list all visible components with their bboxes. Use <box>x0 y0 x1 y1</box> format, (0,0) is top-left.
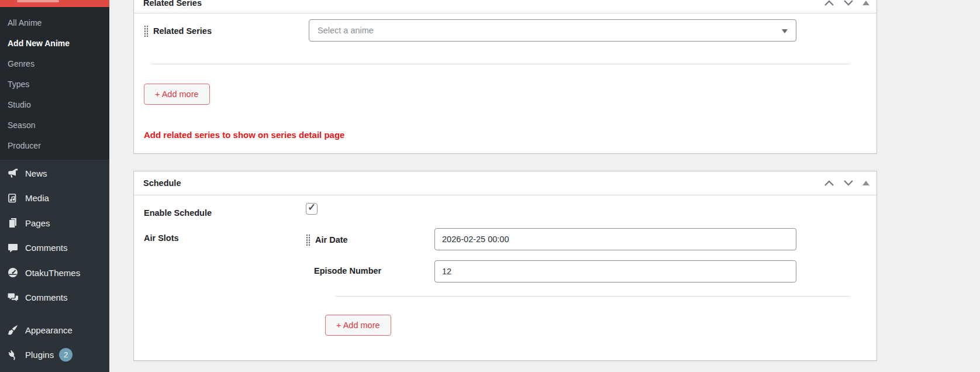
order-higher-button[interactable] <box>824 0 834 7</box>
add-more-air-slot-button[interactable]: + Add more <box>325 315 391 336</box>
sidebar-item-add-new-anime[interactable]: Add New Anime <box>0 33 109 54</box>
metabox-body: Related Series Select a anime + Add more… <box>134 13 877 140</box>
air-slot-group: Air Date Episode Number + Add more <box>306 228 868 336</box>
sidebar-item-types[interactable]: Types <box>0 74 109 95</box>
sidebar-item-label: Plugins <box>25 350 54 360</box>
plug-icon <box>7 349 19 361</box>
anime-submenu: All Anime Add New Anime Genres Types Stu… <box>0 7 109 160</box>
enable-schedule-row: Enable Schedule ✓ <box>144 203 868 218</box>
pages-icon <box>7 217 19 229</box>
comments-icon <box>7 292 19 304</box>
metabox-title: Related Series <box>143 0 202 8</box>
add-more-related-button[interactable]: + Add more <box>144 84 210 105</box>
sidebar-item-news[interactable]: News <box>0 161 109 186</box>
select-placeholder: Select a anime <box>318 26 374 35</box>
sub-label-column: Air Date <box>306 228 434 246</box>
sidebar-item-label: Pages <box>25 218 50 228</box>
drag-handle-icon[interactable] <box>144 25 149 37</box>
sidebar-item-label: News <box>25 168 47 178</box>
metabox-order-controls <box>824 0 869 7</box>
order-lower-button[interactable] <box>843 0 854 7</box>
group-divider <box>151 64 850 64</box>
air-slots-label: Air Slots <box>144 228 306 243</box>
related-series-select[interactable]: Select a anime <box>309 19 796 42</box>
related-series-metabox: Related Series Related Series Select a a… <box>133 0 877 154</box>
admin-sidebar: All Anime Add New Anime Genres Types Stu… <box>0 0 109 372</box>
air-slots-row: Air Slots Air Date Episode Number + A <box>144 228 868 336</box>
sidebar-item-comments[interactable]: Comments <box>0 236 109 261</box>
metabox-body: Enable Schedule ✓ Air Slots Air Date Epi… <box>134 195 877 336</box>
active-menu-icon-fragment <box>17 0 59 2</box>
sidebar-item-comments-2[interactable]: Comments <box>0 285 109 311</box>
episode-number-input[interactable] <box>434 260 796 283</box>
schedule-metabox: Schedule Enable Schedule ✓ Air Slots <box>133 171 877 361</box>
collapse-toggle-icon[interactable] <box>862 0 869 6</box>
order-lower-button[interactable] <box>843 179 854 187</box>
comment-icon <box>7 242 19 254</box>
metabox-title: Schedule <box>143 178 181 188</box>
related-series-field-row: Related Series Select a anime <box>144 19 868 42</box>
plugins-update-badge: 2 <box>59 348 73 361</box>
episode-number-label: Episode Number <box>314 266 381 275</box>
sidebar-item-appearance[interactable]: Appearance <box>0 318 109 343</box>
enable-schedule-label: Enable Schedule <box>144 203 306 218</box>
order-higher-button[interactable] <box>824 179 834 187</box>
sub-label-column: Episode Number <box>306 260 434 275</box>
admin-main-menu: News Media Pages Comments OtakuThemes <box>0 160 109 367</box>
air-date-subrow: Air Date <box>306 228 868 250</box>
metabox-header: Schedule <box>134 171 877 195</box>
air-date-label: Air Date <box>315 235 348 244</box>
group-divider <box>336 296 850 297</box>
sidebar-item-all-anime[interactable]: All Anime <box>0 13 109 33</box>
sidebar-item-producer[interactable]: Producer <box>0 136 109 156</box>
sidebar-item-label: Appearance <box>25 325 73 335</box>
sidebar-item-label: Comments <box>25 243 68 253</box>
sidebar-item-studio[interactable]: Studio <box>0 95 109 115</box>
dashboard-icon <box>7 267 19 278</box>
checkmark-icon: ✓ <box>308 201 316 213</box>
air-date-input[interactable] <box>434 228 796 250</box>
dropdown-arrow-icon <box>782 29 788 33</box>
drag-handle-icon[interactable] <box>306 234 310 246</box>
sidebar-item-plugins[interactable]: Plugins 2 <box>0 343 109 368</box>
brush-icon <box>7 324 19 336</box>
media-icon <box>7 192 19 204</box>
related-series-field-label: Related Series <box>153 26 212 36</box>
sidebar-item-season[interactable]: Season <box>0 115 109 136</box>
field-label-column: Related Series <box>144 19 309 37</box>
episode-number-subrow: Episode Number <box>306 260 868 283</box>
megaphone-icon <box>7 167 19 179</box>
sidebar-item-label: OtakuThemes <box>25 268 80 278</box>
sidebar-item-pages[interactable]: Pages <box>0 211 109 236</box>
collapse-toggle-icon[interactable] <box>862 180 869 186</box>
metabox-header: Related Series <box>134 0 877 13</box>
sidebar-item-label: Comments <box>25 292 68 302</box>
enable-schedule-checkbox[interactable]: ✓ <box>306 203 318 215</box>
related-series-warning: Add related series to show on series det… <box>144 130 868 140</box>
metabox-order-controls <box>824 179 869 187</box>
sidebar-item-otakuthemes[interactable]: OtakuThemes <box>0 260 109 285</box>
sidebar-item-label: Media <box>25 193 49 203</box>
sidebar-item-genres[interactable]: Genres <box>0 54 109 74</box>
sidebar-item-media[interactable]: Media <box>0 186 109 211</box>
active-menu-highlight[interactable] <box>0 0 109 7</box>
